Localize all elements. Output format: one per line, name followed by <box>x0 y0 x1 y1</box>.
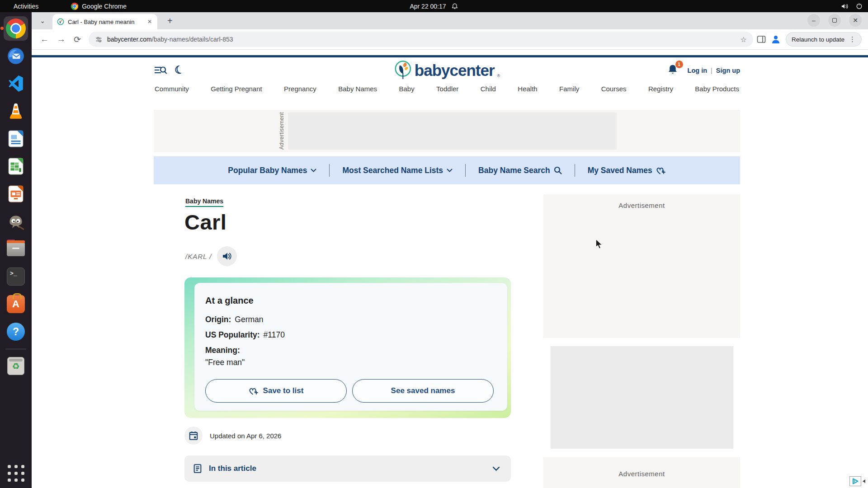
relaunch-button[interactable]: Relaunch to update ⋮ <box>786 32 862 47</box>
active-tab[interactable]: Carl - Baby name meanin ✕ <box>52 14 157 29</box>
mouse-cursor <box>595 239 605 252</box>
volume-icon[interactable] <box>841 3 849 9</box>
site-header: ☾ babycenter ® 1 Log in | Sign up <box>154 60 740 80</box>
at-a-glance-title: At a glance <box>205 296 494 306</box>
bookmark-star-icon[interactable]: ☆ <box>741 35 747 44</box>
nav-pregnancy[interactable]: Pregnancy <box>284 85 316 93</box>
dock-libreoffice-writer-icon[interactable] <box>4 127 28 151</box>
nav-family[interactable]: Family <box>559 85 579 93</box>
babycenter-logo[interactable]: babycenter ® <box>394 60 500 81</box>
heart-plus-icon <box>656 166 666 175</box>
popularity-row: US Popularity:#1170 <box>205 330 494 340</box>
pronunciation-row: /KARL / <box>185 246 237 266</box>
tab-title: Carl - Baby name meanin <box>68 19 143 25</box>
nav-baby-products[interactable]: Baby Products <box>695 85 739 93</box>
speaker-icon <box>222 252 232 261</box>
nav-toddler[interactable]: Toddler <box>436 85 458 93</box>
ubuntu-dock: >_ A ? ♻ <box>0 12 32 488</box>
calendar-icon <box>189 431 198 441</box>
app-menu-label: Google Chrome <box>82 3 127 10</box>
babycenter-favicon <box>57 18 64 25</box>
minimize-button[interactable]: – <box>807 14 820 27</box>
article-icon <box>193 463 203 474</box>
clock[interactable]: Apr 22 00:17 <box>410 3 446 10</box>
collapse-arrow-icon[interactable] <box>863 479 865 483</box>
site-settings-icon[interactable] <box>95 36 103 43</box>
reload-button[interactable]: ⟳ <box>70 34 85 45</box>
chevron-down-icon <box>447 169 453 172</box>
ad-label-vertical: Advertisement <box>278 113 285 150</box>
app-grid-icon[interactable] <box>8 465 24 482</box>
address-bar[interactable]: babycenter.com/baby-names/details/carl-8… <box>89 32 753 47</box>
subnav-most-searched[interactable]: Most Searched Name Lists <box>340 166 454 175</box>
dock-thunderbird-icon[interactable] <box>4 44 28 68</box>
meaning-value: "Free man" <box>205 358 494 367</box>
notifications-button[interactable]: 1 <box>667 64 679 77</box>
nav-registry[interactable]: Registry <box>648 85 673 93</box>
save-to-list-button[interactable]: Save to list <box>205 379 347 403</box>
dock-libreoffice-calc-icon[interactable] <box>4 154 28 178</box>
menu-search-icon[interactable] <box>154 65 167 76</box>
dock-divider <box>5 349 26 349</box>
page-title: Carl <box>184 210 226 235</box>
dock-chrome-icon[interactable] <box>4 16 28 41</box>
dock-terminal-icon[interactable]: >_ <box>4 264 28 289</box>
pronunciation-text: /KARL / <box>185 253 212 260</box>
dock-vscode-icon[interactable] <box>4 71 28 96</box>
pronounce-audio-button[interactable] <box>217 246 237 266</box>
nav-getting-pregnant[interactable]: Getting Pregnant <box>211 85 262 93</box>
ad-placeholder <box>288 113 617 150</box>
nav-courses[interactable]: Courses <box>601 85 627 93</box>
chrome-window: ⌄ Carl - Baby name meanin ✕ + – ✕ ← → ⟳ … <box>32 12 868 488</box>
search-icon <box>554 166 562 174</box>
window-close-button[interactable]: ✕ <box>849 14 862 27</box>
side-panel-icon[interactable] <box>757 35 766 43</box>
forward-button[interactable]: → <box>53 34 70 44</box>
browser-menu-icon[interactable]: ⋮ <box>849 35 856 43</box>
signup-link[interactable]: Sign up <box>716 67 740 74</box>
activities-button[interactable]: Activities <box>8 3 44 10</box>
primary-nav: Community Getting Pregnant Pregnancy Bab… <box>155 85 739 93</box>
babycenter-logo-text: babycenter <box>415 61 495 80</box>
see-saved-names-button[interactable]: See saved names <box>352 379 494 403</box>
dock-ubuntu-software-icon[interactable]: A <box>4 292 28 316</box>
subnav-popular-baby-names[interactable]: Popular Baby Names <box>226 166 318 175</box>
origin-row: Origin:German <box>205 315 494 324</box>
power-icon[interactable] <box>856 3 863 9</box>
tab-search-button[interactable]: ⌄ <box>36 14 49 27</box>
login-link[interactable]: Log in <box>688 67 708 74</box>
breadcrumb[interactable]: Baby Names <box>185 197 223 207</box>
maximize-button[interactable] <box>828 14 841 27</box>
nav-community[interactable]: Community <box>155 85 189 93</box>
top-ad-banner: Advertisement <box>154 110 740 152</box>
dock-gimp-icon[interactable] <box>4 209 28 234</box>
dock-libreoffice-impress-icon[interactable] <box>4 182 28 206</box>
babycenter-logo-mark <box>394 60 412 81</box>
profile-avatar[interactable] <box>770 34 781 45</box>
tab-close-icon[interactable]: ✕ <box>146 18 154 26</box>
in-this-article-expander[interactable]: In this article <box>184 455 511 482</box>
notification-bell-icon <box>452 3 458 10</box>
nav-baby[interactable]: Baby <box>399 85 415 93</box>
subnav-my-saved-names[interactable]: My Saved Names <box>586 166 668 175</box>
back-button[interactable]: ← <box>36 34 53 44</box>
url-host: babycenter.com <box>107 36 152 43</box>
dock-trash-icon[interactable]: ♻ <box>4 354 28 378</box>
nav-health[interactable]: Health <box>518 85 537 93</box>
chevron-down-icon <box>311 169 316 172</box>
dark-mode-icon[interactable]: ☾ <box>173 63 186 77</box>
sidebar-ad-placeholder <box>551 346 733 449</box>
dock-help-icon[interactable]: ? <box>4 319 28 344</box>
nav-child[interactable]: Child <box>481 85 496 93</box>
dock-files-icon[interactable] <box>4 237 28 261</box>
adchoices-icon[interactable] <box>849 476 865 486</box>
dock-vlc-icon[interactable] <box>4 99 28 123</box>
new-tab-button[interactable]: + <box>164 15 176 27</box>
app-menu[interactable]: Google Chrome <box>71 3 127 10</box>
tab-strip: ⌄ Carl - Baby name meanin ✕ + – ✕ <box>32 12 868 29</box>
sidebar-ad-top: Advertisement <box>543 194 740 338</box>
nav-baby-names[interactable]: Baby Names <box>338 85 377 93</box>
updated-row: Updated on Apr 6, 2026 <box>184 427 281 445</box>
subnav-baby-name-search[interactable]: Baby Name Search <box>476 166 564 175</box>
chevron-down-icon <box>492 466 500 471</box>
